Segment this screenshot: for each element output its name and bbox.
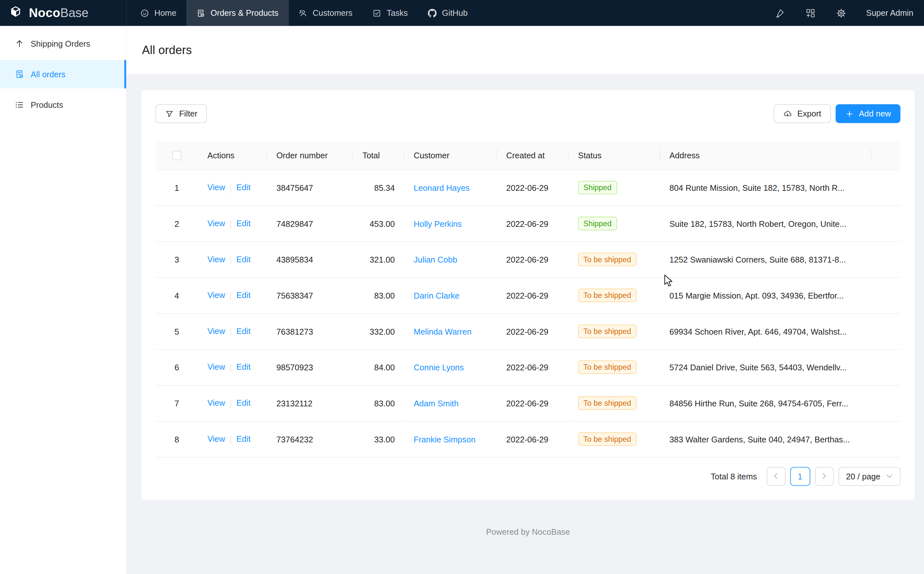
- sidebar-item-label: Shipping Orders: [31, 39, 90, 48]
- view-link[interactable]: View: [207, 290, 225, 300]
- customer-link[interactable]: Connie Lyons: [414, 363, 464, 372]
- customer-link[interactable]: Holly Perkins: [414, 219, 462, 228]
- page-size-select[interactable]: 20 / page: [839, 467, 900, 486]
- navbar-right: Super Admin: [764, 0, 924, 26]
- nav-item-orders-products[interactable]: Orders & Products: [186, 0, 289, 26]
- address-cell: Suite 182, 15783, North Robert, Oregon, …: [660, 206, 872, 241]
- action-divider: [231, 184, 231, 192]
- edit-link[interactable]: Edit: [236, 362, 251, 372]
- view-link[interactable]: View: [207, 219, 225, 228]
- edit-link[interactable]: Edit: [236, 326, 251, 336]
- settings-button[interactable]: [826, 0, 857, 26]
- status-badge: To be shipped: [578, 325, 637, 338]
- chevron-right-icon: [821, 473, 828, 479]
- edit-link[interactable]: Edit: [236, 290, 251, 300]
- status-badge: Shipped: [578, 181, 617, 194]
- edit-link[interactable]: Edit: [236, 219, 251, 228]
- customer-link[interactable]: Melinda Warren: [414, 326, 472, 336]
- row-index: 2: [155, 206, 198, 241]
- row-actions: ViewEdit: [198, 421, 267, 457]
- list-icon: [15, 100, 24, 109]
- pagination-prev-button[interactable]: [766, 467, 785, 486]
- address-cell: 69934 Schoen River, Apt. 646, 49704, Wal…: [660, 313, 872, 349]
- row-index: 4: [155, 278, 198, 313]
- view-link[interactable]: View: [207, 326, 225, 336]
- edit-link[interactable]: Edit: [236, 434, 251, 444]
- sidebar-item-products[interactable]: Products: [0, 91, 126, 119]
- sidebar: Shipping Orders All orders Products: [0, 26, 127, 574]
- customer-link[interactable]: Julian Cobb: [414, 255, 457, 264]
- github-icon: [428, 9, 437, 17]
- row-index: 8: [155, 421, 198, 457]
- appstore-add-icon: [806, 8, 816, 18]
- column-header-customer: Customer: [404, 141, 497, 170]
- brand-light: Base: [60, 6, 88, 20]
- status-badge: To be shipped: [578, 360, 637, 374]
- customer-link[interactable]: Leonard Hayes: [414, 183, 470, 192]
- total-cell: 83.00: [353, 278, 404, 313]
- row-actions: ViewEdit: [198, 349, 267, 385]
- status-badge: To be shipped: [578, 252, 637, 266]
- sidebar-item-all-orders[interactable]: All orders: [0, 60, 126, 88]
- table-row: 8 ViewEdit 73764232 33.00 Frankie Simpso…: [155, 421, 900, 457]
- customer-cell: Melinda Warren: [404, 313, 497, 349]
- order-number-cell: 98570923: [267, 349, 353, 385]
- sidebar-item-label: Products: [31, 100, 63, 109]
- status-badge: Shipped: [578, 217, 617, 230]
- edit-link[interactable]: Edit: [236, 398, 251, 408]
- edit-link[interactable]: Edit: [236, 183, 251, 192]
- view-link[interactable]: View: [207, 398, 225, 408]
- plus-icon: [845, 109, 853, 118]
- orders-card: Filter Export: [141, 90, 915, 500]
- address-cell: 5724 Daniel Drive, Suite 563, 54403, Wen…: [660, 349, 872, 385]
- row-actions: ViewEdit: [198, 278, 267, 313]
- nav-item-label: Tasks: [387, 8, 408, 18]
- export-button[interactable]: Export: [774, 104, 831, 123]
- add-new-button[interactable]: Add new: [836, 104, 900, 123]
- file-check-icon: [196, 9, 205, 17]
- nocobase-logo[interactable]: NocoBase: [0, 0, 127, 26]
- customer-link[interactable]: Adam Smith: [414, 398, 459, 408]
- view-link[interactable]: View: [207, 183, 225, 192]
- brand-bold: Noco: [29, 6, 60, 20]
- order-number-cell: 38475647: [267, 170, 353, 206]
- top-menu: Home Orders & Products Customers: [127, 0, 478, 26]
- nav-item-label: GitHub: [442, 8, 468, 18]
- row-index: 5: [155, 313, 198, 349]
- nav-item-customers[interactable]: Customers: [289, 0, 363, 26]
- customer-link[interactable]: Darin Clarke: [414, 290, 460, 300]
- total-cell: 83.00: [353, 385, 404, 421]
- row-actions: ViewEdit: [198, 241, 267, 278]
- customer-cell: Connie Lyons: [404, 349, 497, 385]
- customer-link[interactable]: Frankie Simpson: [414, 434, 475, 444]
- nav-item-home[interactable]: Home: [130, 0, 187, 26]
- table-row: 6 ViewEdit 98570923 84.00 Connie Lyons 2…: [155, 349, 900, 385]
- total-cell: 85.34: [353, 170, 404, 206]
- view-link[interactable]: View: [207, 254, 225, 264]
- pagination-next-button[interactable]: [815, 467, 834, 486]
- table-row: 5 ViewEdit 76381273 332.00 Melinda Warre…: [155, 313, 900, 349]
- highlighter-icon: [775, 8, 785, 18]
- filter-button[interactable]: Filter: [155, 104, 207, 123]
- select-all-checkbox[interactable]: [172, 151, 181, 160]
- customer-cell: Julian Cobb: [404, 241, 497, 278]
- ui-editor-button[interactable]: [764, 0, 795, 26]
- sidebar-item-label: All orders: [31, 69, 65, 79]
- pagination-page-1[interactable]: 1: [790, 467, 810, 486]
- page-header: All orders: [127, 26, 924, 74]
- created-at-cell: 2022-06-29: [497, 241, 569, 278]
- order-number-cell: 23132112: [267, 385, 353, 421]
- user-menu[interactable]: Super Admin: [857, 8, 919, 18]
- created-at-cell: 2022-06-29: [497, 278, 569, 313]
- view-link[interactable]: View: [207, 362, 225, 372]
- nav-item-github[interactable]: GitHub: [418, 0, 478, 26]
- nav-item-tasks[interactable]: Tasks: [363, 0, 418, 26]
- total-cell: 321.00: [353, 241, 404, 278]
- chevron-down-icon: [886, 473, 893, 479]
- column-header-created-at: Created at: [497, 141, 569, 170]
- view-link[interactable]: View: [207, 434, 225, 444]
- sidebar-item-shipping-orders[interactable]: Shipping Orders: [0, 30, 126, 58]
- edit-link[interactable]: Edit: [236, 254, 251, 264]
- customer-cell: Darin Clarke: [404, 278, 497, 313]
- plugin-manager-button[interactable]: [796, 0, 826, 26]
